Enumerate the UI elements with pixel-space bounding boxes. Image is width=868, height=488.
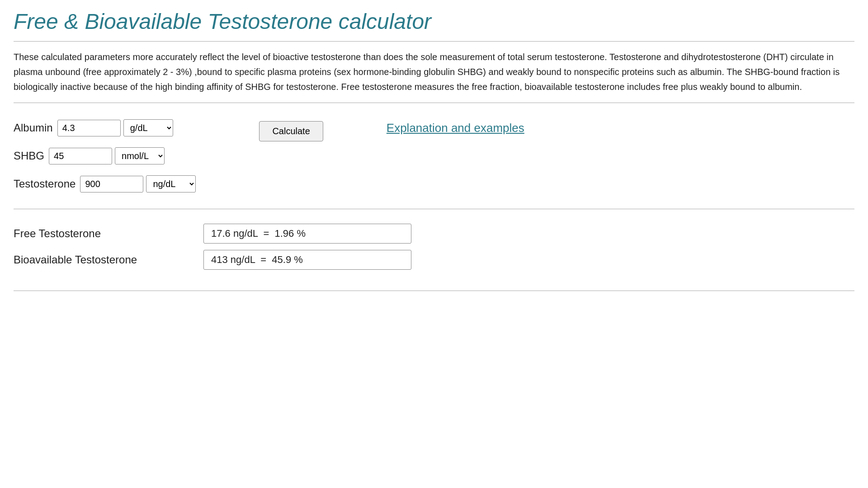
albumin-row: Albumin g/dL g/L mg/dL: [14, 119, 196, 136]
testosterone-row: Testosterone ng/dL nmol/L ng/mL: [14, 175, 196, 192]
albumin-unit-select[interactable]: g/dL g/L mg/dL: [123, 119, 173, 136]
free-testosterone-label: Free Testosterone: [14, 227, 203, 240]
description-text: These calculated parameters more accurat…: [14, 50, 854, 94]
testosterone-input[interactable]: [80, 176, 143, 192]
results-section: Free Testosterone Bioavailable Testoster…: [14, 215, 854, 285]
action-col: Calculate Explanation and examples: [223, 119, 524, 141]
shbg-label: SHBG: [14, 150, 49, 162]
bioavailable-testosterone-value[interactable]: [203, 250, 411, 270]
divider-1: [14, 41, 854, 42]
testosterone-label: Testosterone: [14, 178, 80, 190]
albumin-input[interactable]: [57, 120, 121, 136]
top-controls: Albumin g/dL g/L mg/dL SHBG nmol/L µg/dL…: [14, 119, 854, 192]
divider-2: [14, 103, 854, 103]
bioavailable-testosterone-result-row: Bioavailable Testosterone: [14, 250, 854, 270]
bioavailable-testosterone-label: Bioavailable Testosterone: [14, 253, 203, 266]
testosterone-unit-select[interactable]: ng/dL nmol/L ng/mL: [146, 175, 196, 192]
free-testosterone-value[interactable]: [203, 224, 411, 244]
shbg-row: SHBG nmol/L µg/dL µg/L: [14, 147, 196, 164]
free-testosterone-result-row: Free Testosterone: [14, 224, 854, 244]
shbg-unit-select[interactable]: nmol/L µg/dL µg/L: [115, 147, 165, 164]
page-title: Free & Bioavailable Testosterone calcula…: [14, 9, 854, 34]
fields-col: Albumin g/dL g/L mg/dL SHBG nmol/L µg/dL…: [14, 119, 196, 192]
albumin-label: Albumin: [14, 122, 57, 134]
shbg-input[interactable]: [49, 148, 112, 164]
calculator-section: Albumin g/dL g/L mg/dL SHBG nmol/L µg/dL…: [14, 108, 854, 203]
divider-4: [14, 291, 854, 291]
explanation-link[interactable]: Explanation and examples: [387, 121, 524, 135]
calculate-button[interactable]: Calculate: [259, 121, 323, 141]
divider-3: [14, 209, 854, 209]
